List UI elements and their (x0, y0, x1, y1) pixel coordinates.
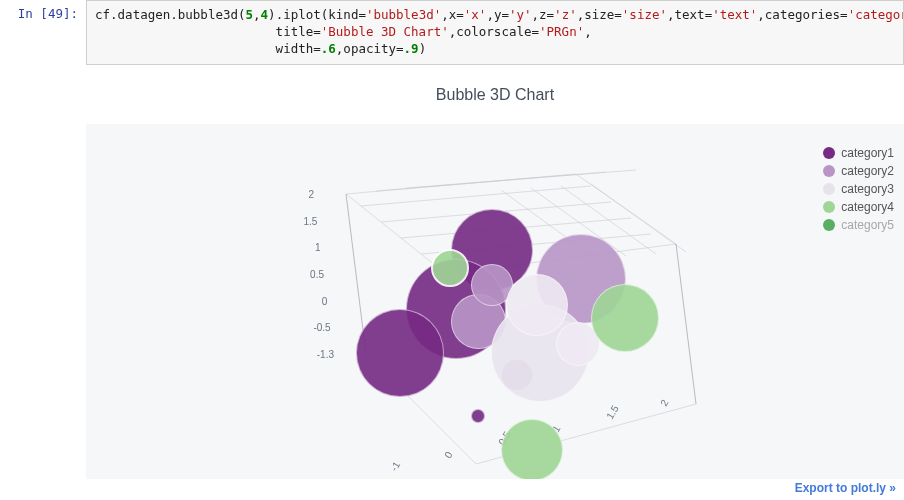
svg-text:2: 2 (658, 397, 671, 408)
svg-line-14 (361, 186, 591, 206)
swatch-icon (823, 219, 835, 231)
svg-line-23 (676, 244, 696, 404)
svg-text:1: 1 (315, 242, 321, 253)
svg-text:-1: -1 (388, 459, 402, 473)
svg-line-13 (406, 170, 636, 188)
export-link[interactable]: Export to plot.ly » (795, 481, 896, 495)
svg-text:-1.3: -1.3 (317, 349, 335, 360)
svg-text:1.5: 1.5 (604, 403, 621, 421)
prompt-suffix: ]: (63, 6, 78, 21)
swatch-icon (823, 183, 835, 195)
scene-3d[interactable]: 21.510.50-0.5-1.3 (246, 134, 726, 479)
plotly-figure[interactable]: Bubble 3D Chart 21.510.50-0.5-1.3 (86, 71, 904, 497)
bubble-cat1[interactable] (471, 409, 485, 423)
swatch-icon (823, 201, 835, 213)
legend-label: category1 (841, 146, 894, 160)
svg-text:1.5: 1.5 (303, 215, 317, 226)
chart-background: 21.510.50-0.5-1.3 (86, 124, 904, 479)
legend-label: category2 (841, 164, 894, 178)
svg-text:2: 2 (308, 189, 314, 200)
legend-item-1[interactable]: category1 (823, 146, 894, 160)
legend-label: category4 (841, 200, 894, 214)
svg-text:0.5: 0.5 (310, 269, 324, 280)
input-prompt: In [49]: (0, 0, 86, 65)
input-cell: In [49]: cf.datagen.bubble3d(5,4).iplot(… (0, 0, 904, 65)
swatch-icon (823, 165, 835, 177)
legend-label: category3 (841, 182, 894, 196)
prompt-number: 49 (48, 6, 63, 21)
bubble-cat1[interactable] (356, 309, 444, 397)
legend-item-5[interactable]: category5 (823, 218, 894, 232)
swatch-icon (823, 147, 835, 159)
bubble-cat4[interactable] (591, 284, 659, 352)
legend[interactable]: category1 category2 category3 category4 … (823, 146, 894, 236)
prompt-prefix: In [ (18, 6, 48, 21)
bubble-cat4[interactable] (501, 419, 563, 479)
svg-text:-0.5: -0.5 (313, 322, 331, 333)
bubble-cat3[interactable] (506, 274, 568, 336)
code-editor[interactable]: cf.datagen.bubble3d(5,4).iplot(kind='bub… (86, 0, 904, 65)
legend-item-3[interactable]: category3 (823, 182, 894, 196)
bubble-cat4[interactable] (431, 249, 469, 287)
legend-item-2[interactable]: category2 (823, 164, 894, 178)
legend-item-4[interactable]: category4 (823, 200, 894, 214)
svg-text:0: 0 (322, 295, 328, 306)
svg-text:0: 0 (442, 449, 455, 460)
chart-title: Bubble 3D Chart (86, 72, 904, 104)
output-cell: Bubble 3D Chart 21.510.50-0.5-1.3 (0, 71, 904, 497)
legend-label: category5 (841, 218, 894, 232)
